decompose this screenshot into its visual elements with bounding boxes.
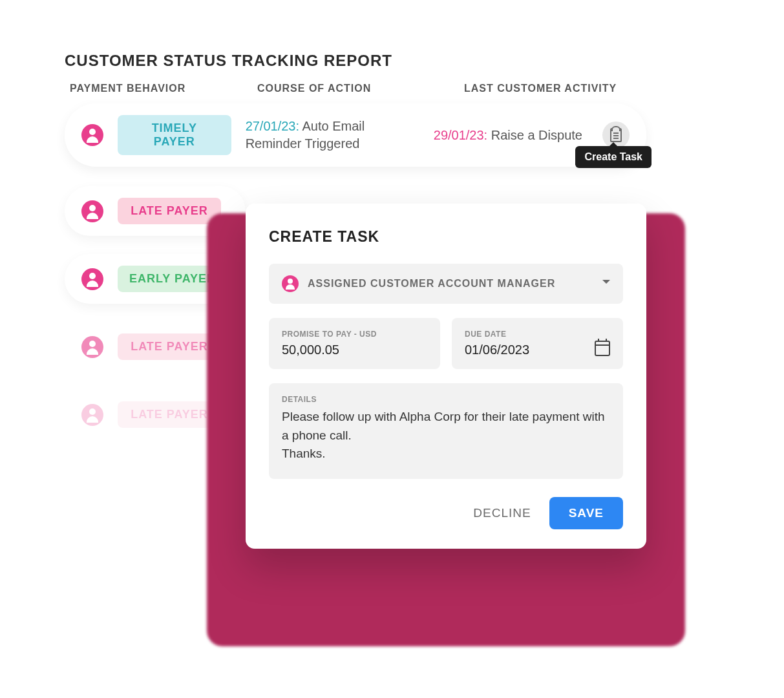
save-button[interactable]: SAVE	[549, 497, 623, 529]
action-date: 27/01/23:	[246, 119, 299, 133]
amount-label: PROMISE TO PAY - USD	[282, 330, 427, 339]
promise-to-pay-field[interactable]: PROMISE TO PAY - USD 50,000.05	[269, 318, 440, 369]
payment-badge: LATE PAYER	[118, 333, 221, 360]
details-label: DETAILS	[282, 395, 610, 404]
details-text: Please follow up with Alpha Corp for the…	[282, 408, 610, 463]
activity-text: Raise a Dispute	[491, 128, 582, 142]
chevron-down-icon	[602, 280, 610, 288]
course-of-action: 27/01/23: Auto Email Reminder Triggered	[246, 118, 419, 153]
col-last-activity: LAST CUSTOMER ACTIVITY	[464, 83, 658, 94]
user-icon	[282, 275, 299, 292]
decline-button[interactable]: DECLINE	[473, 506, 531, 520]
user-icon	[81, 336, 103, 358]
user-icon	[81, 200, 103, 222]
create-task-tooltip: Create Task	[575, 146, 652, 168]
payment-badge: LATE PAYER	[118, 198, 221, 224]
page-title: CUSTOMER STATUS TRACKING REPORT	[65, 52, 726, 70]
due-date-label: DUE DATE	[465, 330, 529, 339]
user-icon	[81, 268, 103, 290]
col-payment-behavior: PAYMENT BEHAVIOR	[70, 83, 218, 94]
assignee-label: ASSIGNED CUSTOMER ACCOUNT MANAGER	[308, 278, 555, 290]
payment-badge: LATE PAYER	[118, 401, 221, 428]
customer-row[interactable]: TIMELY PAYER 27/01/23: Auto Email Remind…	[65, 103, 646, 167]
amount-value: 50,000.05	[282, 343, 427, 357]
details-field[interactable]: DETAILS Please follow up with Alpha Corp…	[269, 383, 623, 479]
due-date-value: 01/06/2023	[465, 343, 529, 357]
col-course-of-action: COURSE OF ACTION	[257, 83, 425, 94]
modal-title: CREATE TASK	[269, 228, 623, 246]
last-activity: 29/01/23: Raise a Dispute	[434, 127, 588, 144]
due-date-field[interactable]: DUE DATE 01/06/2023	[452, 318, 623, 369]
user-icon	[81, 124, 103, 146]
assignee-select[interactable]: ASSIGNED CUSTOMER ACCOUNT MANAGER	[269, 264, 623, 304]
column-headers: PAYMENT BEHAVIOR COURSE OF ACTION LAST C…	[65, 83, 726, 94]
calendar-icon	[595, 341, 610, 356]
clipboard-icon	[610, 128, 622, 142]
payment-badge: TIMELY PAYER	[118, 115, 231, 155]
create-task-modal: CREATE TASK ASSIGNED CUSTOMER ACCOUNT MA…	[246, 204, 646, 549]
activity-date: 29/01/23:	[434, 128, 487, 142]
user-icon	[81, 404, 103, 426]
